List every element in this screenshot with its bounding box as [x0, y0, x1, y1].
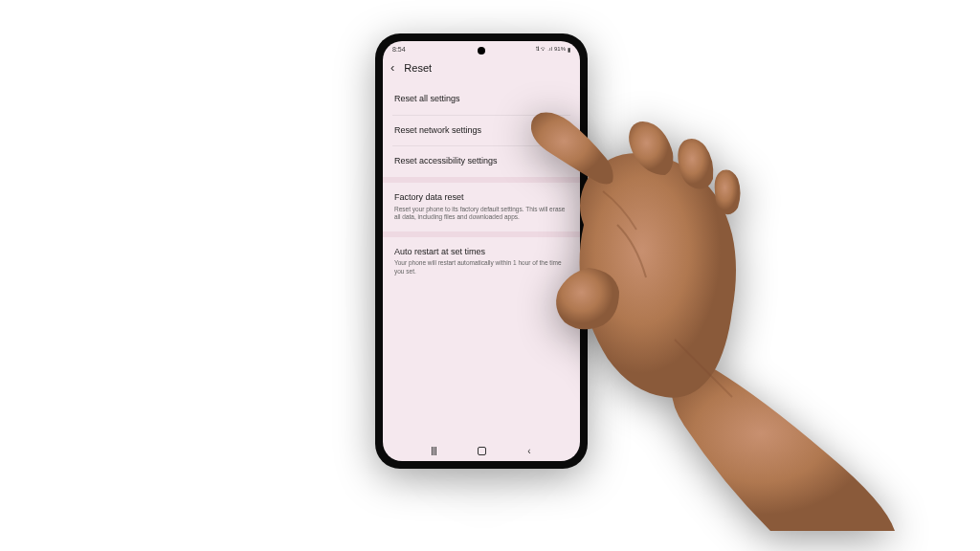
settings-list: Reset all settings Reset network setting…	[383, 84, 580, 285]
camera-hole	[478, 47, 485, 55]
phone-screen: 8:54 ⇅ ᯤ .ıl 91% ▮ ‹ Reset Reset all set…	[383, 41, 580, 461]
reset-network-settings[interactable]: Reset network settings	[383, 116, 580, 146]
battery-icon: ▮	[568, 46, 570, 53]
item-title: Reset accessibility settings	[394, 156, 568, 167]
item-subtitle: Reset your phone to its factory default …	[394, 206, 568, 222]
factory-data-reset[interactable]: Factory data reset Reset your phone to i…	[383, 183, 580, 231]
nav-back-icon[interactable]: ‹	[527, 446, 530, 456]
reset-all-settings[interactable]: Reset all settings	[383, 84, 580, 115]
nav-home-icon[interactable]	[478, 447, 486, 455]
item-title: Reset all settings	[394, 94, 568, 105]
item-subtitle: Your phone will restart automatically wi…	[394, 259, 568, 276]
item-title: Auto restart at set times	[394, 247, 568, 258]
status-time: 8:54	[392, 46, 406, 53]
page-title: Reset	[404, 62, 432, 74]
header: ‹ Reset	[383, 55, 580, 84]
signal-icons: ⇅ ᯤ .ıl	[536, 46, 552, 52]
reset-accessibility-settings[interactable]: Reset accessibility settings	[383, 146, 580, 177]
phone-device: 8:54 ⇅ ᯤ .ıl 91% ▮ ‹ Reset Reset all set…	[375, 33, 588, 469]
auto-restart[interactable]: Auto restart at set times Your phone wil…	[383, 237, 580, 286]
navigation-bar: ‹	[383, 440, 580, 461]
nav-recent-icon[interactable]	[432, 447, 436, 455]
item-title: Factory data reset	[394, 192, 568, 204]
back-icon[interactable]: ‹	[390, 60, 394, 75]
item-title: Reset network settings	[394, 125, 568, 137]
battery-text: 91%	[554, 46, 566, 52]
